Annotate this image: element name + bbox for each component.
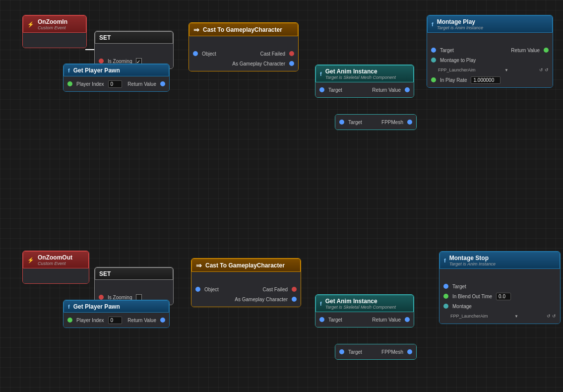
func-icon: f — [444, 258, 446, 263]
node-title: Montage Stop — [449, 255, 496, 261]
node-title: OnZoomIn — [38, 18, 67, 25]
get-player-pawn-node-2: f Get Player Pawn Player Index Return Va… — [63, 300, 170, 328]
func-icon: f — [320, 71, 322, 77]
cast-failed-pin[interactable] — [289, 51, 294, 56]
target-in-pin[interactable] — [319, 87, 324, 92]
func-icon: f — [320, 301, 322, 307]
object-in-pin[interactable] — [195, 287, 200, 292]
event-icon: ⚡ — [27, 257, 34, 263]
cast-failed-pin[interactable] — [292, 287, 297, 292]
fppmesh-pin[interactable] — [407, 349, 412, 354]
target-pin[interactable] — [339, 349, 344, 354]
cast-to-gameplay-char-node-2: ⇒ Cast To GameplayCharacter Object Cast … — [191, 258, 301, 307]
player-index-pin[interactable] — [67, 318, 72, 323]
event-icon: ⚡ — [27, 21, 34, 28]
as-gameplay-char-pin[interactable] — [292, 297, 297, 302]
on-zoom-out-node: ⚡ OnZoomOut Custom Event — [22, 251, 89, 284]
target-in-pin[interactable] — [443, 284, 448, 289]
montage-stop-node: f Montage Stop Target is Anim Instance T… — [439, 251, 561, 324]
target-in-pin[interactable] — [431, 48, 436, 53]
target-in-pin[interactable] — [319, 317, 324, 322]
node-title: SET — [99, 270, 111, 277]
fppmesh-pin[interactable] — [407, 120, 412, 125]
in-blend-time-pin[interactable] — [443, 294, 448, 299]
dropdown-icon[interactable]: ▼ — [514, 314, 518, 319]
return-value-pin[interactable] — [544, 48, 549, 53]
object-in-pin[interactable] — [193, 51, 198, 56]
return-value-pin[interactable] — [405, 317, 410, 322]
node-subtitle: Custom Event — [38, 25, 67, 30]
return-value-pin[interactable] — [160, 318, 165, 323]
node-title: Get Player Pawn — [73, 303, 120, 310]
bool-in-pin[interactable] — [99, 295, 104, 300]
target-pin[interactable] — [339, 120, 344, 125]
montage-play-node: f Montage Play Target is Anim Instance T… — [427, 15, 553, 88]
as-gameplay-char-pin[interactable] — [289, 61, 294, 66]
player-index-pin[interactable] — [67, 81, 72, 86]
get-anim-instance-node-2: f Get Anim Instance Target is Skeletal M… — [315, 294, 414, 327]
get-player-pawn-node-1: f Get Player Pawn Player Index Return Va… — [63, 64, 170, 92]
func-icon: f — [432, 21, 434, 27]
player-index-input[interactable] — [108, 317, 122, 324]
node-title: SET — [99, 34, 111, 41]
montage-to-play-pin[interactable] — [431, 58, 436, 63]
blend-time-input[interactable] — [496, 293, 511, 300]
player-index-label: Player Index — [76, 81, 104, 87]
node-title: Get Player Pawn — [73, 67, 120, 74]
node-title: Cast To GameplayCharacter — [203, 26, 282, 33]
play-rate-input[interactable] — [471, 76, 500, 84]
node-title: OnZoomOut — [38, 254, 72, 261]
node-title: Get Anim Instance — [325, 298, 396, 305]
in-play-rate-pin[interactable] — [431, 77, 436, 82]
cast-icon: ⇒ — [193, 26, 199, 34]
bool-in-pin[interactable] — [99, 59, 104, 64]
cast-icon: ⇒ — [196, 261, 202, 269]
fppmesh-node-2: Target FPPMesh — [335, 344, 417, 360]
return-value-pin[interactable] — [405, 87, 410, 92]
node-title: Montage Play — [437, 18, 483, 25]
node-title: Cast To GameplayCharacter — [205, 262, 285, 269]
on-zoom-in-node: ⚡ OnZoomIn Custom Event — [22, 15, 87, 48]
func-icon: f — [68, 67, 70, 73]
return-value-pin[interactable] — [160, 81, 165, 86]
fppmesh-node-1: Target FPPMesh — [335, 114, 417, 130]
montage-pin[interactable] — [443, 304, 448, 309]
func-icon: f — [68, 304, 70, 310]
node-title: Get Anim Instance — [325, 68, 396, 75]
cast-to-gameplay-char-node-1: ⇒ Cast To GameplayCharacter Object Cast … — [188, 22, 299, 71]
player-index-input[interactable] — [108, 80, 122, 88]
get-anim-instance-node-1: f Get Anim Instance Target is Skeletal M… — [315, 65, 414, 98]
player-index-label: Player Index — [76, 318, 104, 323]
dropdown-icon[interactable]: ▼ — [504, 68, 508, 72]
